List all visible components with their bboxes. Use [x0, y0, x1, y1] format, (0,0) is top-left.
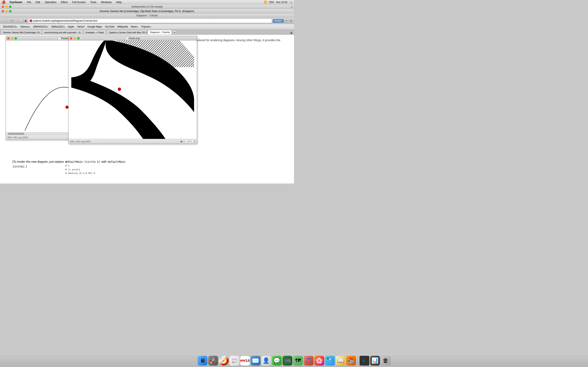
- bm-googlemaps[interactable]: Google Maps: [86, 25, 103, 29]
- bm-popular[interactable]: Popular: [140, 25, 153, 29]
- tab-evaluate[interactable]: Evaluate –> Paste: [83, 30, 106, 34]
- bm-yahoo[interactable]: Yahoo!: [76, 25, 86, 29]
- terminal-code-text: # f # 1 # lc purple # dashing [0.2,0.05]…: [65, 160, 95, 175]
- refresh-icon[interactable]: ↻: [285, 19, 288, 23]
- bookmarks-button[interactable]: 📖: [19, 19, 23, 23]
- new-tab-button[interactable]: +: [173, 30, 177, 34]
- close-button[interactable]: [2, 6, 4, 8]
- clock: Sun 12:03: [276, 1, 287, 4]
- pastecairo-info: 600 x 481 svg (1KB): [8, 136, 28, 139]
- browser-titlebar: NetNewsWire (1718 unread) ⤢: [0, 4, 294, 9]
- paste-svg: [69, 41, 197, 139]
- paste-info: 600 x 481 svg (2KB): [70, 140, 91, 143]
- tabs-bar: Dominic Steinitz MA (Cambridge), Di... s…: [0, 29, 294, 35]
- bm-apple[interactable]: Apple: [67, 25, 75, 29]
- resize-icon[interactable]: ⤢: [291, 5, 293, 8]
- tab-resize-icon[interactable]: ⊞: [290, 32, 293, 34]
- tab-sync[interactable]: synchronizing ical with orgmode – G...: [42, 30, 83, 34]
- paste-min[interactable]: [73, 37, 76, 40]
- tab-screenshot[interactable]: Capture a Screen Shot with Mac OS X: [107, 30, 147, 34]
- bm-16mar[interactable]: 16Mar2013: [50, 25, 66, 29]
- url-title: Diagrams – Tutorial: [136, 14, 158, 17]
- url-title-bar: Diagrams – Tutorial: [0, 13, 294, 17]
- window-controls: [2, 6, 11, 8]
- bottom-text: (To render this new diagram, just replac…: [0, 158, 294, 170]
- bm-wikipedia[interactable]: Wikipedia: [116, 25, 129, 29]
- minimize-button-2[interactable]: [5, 10, 8, 12]
- menu-effect[interactable]: Effect: [60, 1, 68, 4]
- url-bar[interactable]: projects.haskell.org/diagrams/tutorial/D…: [28, 18, 272, 23]
- browser-subtitle: Dominic Steinitz MA (Cambridge), Dip:Mat…: [0, 9, 294, 13]
- grid-button[interactable]: ▦: [24, 19, 27, 23]
- maximize-button[interactable]: [9, 6, 11, 8]
- forward-button[interactable]: ›: [6, 19, 9, 23]
- code-line-1: # f: [65, 160, 95, 164]
- bm-29jun[interactable]: 29JUN2013: [2, 25, 18, 29]
- browser-toolbar: ‹ › ↻ ↑ 📖 ▦ projects.haskell.org/diagram…: [0, 17, 294, 24]
- pastecairo-close[interactable]: [7, 37, 9, 40]
- paste-controls: [70, 37, 80, 40]
- reader-button[interactable]: Reader: [273, 19, 284, 23]
- tab-diagrams[interactable]: Diagrams – Tutorial: [148, 30, 172, 34]
- menu-help[interactable]: Help: [115, 1, 122, 4]
- bm-26mar[interactable]: 26MAR2013: [32, 25, 49, 29]
- paste-view-icon[interactable]: ▣: [180, 140, 182, 143]
- paste-titlebar: 📄 Paste.svg: [69, 36, 197, 41]
- scrollbar-thumb[interactable]: [8, 133, 24, 135]
- paste-footer-right: ▣ □ 100% ▾: [180, 140, 195, 143]
- paste-zoom-arrow[interactable]: ▾: [194, 140, 195, 143]
- svg-point-2: [66, 106, 69, 109]
- bookmarks-bar: 29JUN2013 Odessa 26MAR2013 16Mar2013 App…: [0, 24, 294, 29]
- svg-point-5: [118, 87, 121, 91]
- paste-max[interactable]: [77, 37, 80, 40]
- url-text: projects.haskell.org/diagrams/tutorial/D…: [33, 19, 97, 22]
- extension-button[interactable]: ⚙: [289, 19, 293, 23]
- code-line-4: # dashing [0.2,0.05] 0: [65, 171, 95, 175]
- pastecairo-min[interactable]: [11, 37, 13, 40]
- menu-windows[interactable]: Windows: [100, 1, 112, 4]
- paste-zoom[interactable]: 100%: [185, 140, 193, 143]
- menu-tools[interactable]: Tools: [89, 1, 97, 4]
- bm-news[interactable]: News: [130, 25, 140, 29]
- bottom-paragraph: (To render this new diagram, just replac…: [12, 159, 282, 164]
- browser-title: NetNewsWire (1718 unread): [131, 5, 163, 8]
- pastecairo-controls: [7, 37, 17, 40]
- menu-file[interactable]: File: [26, 1, 32, 4]
- menubar: 🍎 ToyViewer File Edit Operation Effect F…: [0, 0, 294, 4]
- app-name[interactable]: ToyViewer: [9, 1, 23, 4]
- code-line-3: # lc purple: [65, 168, 95, 172]
- paste-title: 📄 Paste.svg: [126, 37, 140, 40]
- close-button-2[interactable]: [2, 10, 4, 12]
- paste-window: 📄 Paste.svg: [68, 36, 197, 144]
- bm-youtube[interactable]: YouTube: [104, 25, 116, 29]
- spotlight-icon[interactable]: 🔍: [289, 1, 292, 4]
- minimize-button[interactable]: [5, 6, 8, 8]
- paste-close[interactable]: [70, 37, 72, 40]
- browser-window: NetNewsWire (1718 unread) ⤢ Dominic Stei…: [0, 4, 294, 184]
- bottom-paragraph-2: circle1.): [12, 164, 282, 169]
- reload-button[interactable]: ↻: [10, 19, 14, 23]
- content-area: The first import statement brings into s…: [0, 35, 294, 184]
- bm-odessa[interactable]: Odessa: [19, 25, 31, 29]
- menubar-right: 📶 26% Sun 12:03 🔍: [264, 1, 292, 4]
- back-button[interactable]: ‹: [1, 19, 5, 23]
- pastecairo-max[interactable]: [15, 37, 17, 40]
- apple-menu[interactable]: 🍎: [2, 0, 6, 4]
- paste-footer: 600 x 481 svg (2KB) ▣ □ 100% ▾: [69, 139, 197, 144]
- battery-indicator: 26%: [269, 1, 274, 4]
- favicon: [30, 20, 32, 22]
- menu-operation[interactable]: Operation: [44, 1, 57, 4]
- paste-body: [69, 41, 197, 139]
- share-button[interactable]: ↑: [15, 19, 18, 23]
- menu-edit[interactable]: Edit: [35, 1, 41, 4]
- code-line-2: # 1: [65, 164, 95, 168]
- menu-fullscreen[interactable]: Full-Screen: [71, 1, 86, 4]
- maximize-button-2[interactable]: [9, 10, 11, 12]
- paste-view-icon-2[interactable]: □: [183, 140, 185, 143]
- window-controls-2: [2, 10, 11, 12]
- wifi-icon: 📶: [264, 1, 267, 4]
- page-subtitle: Dominic Steinitz MA (Cambridge), Dip:Mat…: [100, 9, 194, 13]
- tab-dominic[interactable]: Dominic Steinitz MA (Cambridge), Di...: [1, 30, 42, 34]
